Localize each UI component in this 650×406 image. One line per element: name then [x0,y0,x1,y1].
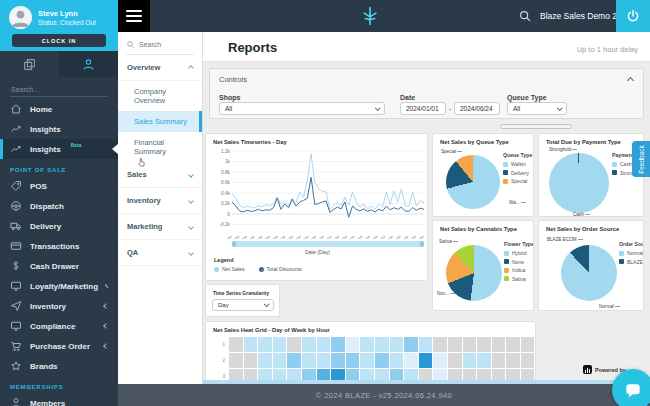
sidebar-search-input[interactable]: Search... [10,83,108,97]
chart-title: Net Sales Timeseries - Day [213,139,287,145]
legend-item[interactable]: Total Discounts [259,266,302,272]
tab-shops[interactable] [0,51,59,77]
sidebar-item-purchase-order[interactable]: Purchase Order [0,336,118,356]
time-series-granularity-panel: Time Series Granularity Day [205,284,280,317]
subnav-item-company-overview[interactable]: Company Overview [118,81,202,111]
legend-swatch [259,267,264,272]
legend-item[interactable]: Delivery [503,170,534,176]
chart-title: Net Sales by Queue Type [440,139,509,145]
heatmap-cell [375,337,389,352]
avatar[interactable] [9,6,32,29]
net-sales-heat-grid-chart: Net Sales Heat Grid - Day of Week by Hou… [205,321,536,384]
subnav-group-qa[interactable]: QA [118,240,202,266]
heatmap-row: 2 [212,353,534,368]
date-from-input[interactable] [406,105,440,112]
subnav-group-overview[interactable]: Overview [118,55,202,81]
sidebar-item-members[interactable]: Members [0,393,118,406]
subnav-group-marketing[interactable]: Marketing [118,214,202,240]
legend-item[interactable]: Special [503,178,534,184]
collapse-chevron-icon[interactable] [627,77,634,84]
heatmap-grid: 123 [212,337,534,384]
heatmap-cell [346,337,360,352]
subnav-list: OverviewCompany OverviewSales SummaryFin… [118,55,202,266]
user-name: Steve Lynn [38,9,78,18]
heatmap-cell [258,353,272,368]
controls-title: Controls [219,75,247,84]
chat-bubble-button[interactable] [612,369,650,406]
sidebar-item-brands[interactable]: Brands [0,356,118,376]
legend-item[interactable]: Sativa [504,276,534,282]
sidebar-item-label: Transactions [30,242,79,251]
star-icon [10,360,22,372]
sidebar-item-compliance[interactable]: Compliance [0,316,118,336]
sidebar-item-insights[interactable]: InsightsBeta [0,139,118,159]
legend-item[interactable]: None [504,259,534,265]
date-label: Date [400,94,415,101]
heatmap-cell [346,353,360,368]
heatmap-cell [244,353,258,368]
store-selector[interactable]: Blaze Sales Demo 2 [540,0,626,32]
pie-chart[interactable] [561,245,617,301]
sidebar-item-cash-drawer[interactable]: Cash Drawer [0,256,118,276]
subnav-search-input[interactable] [139,41,194,48]
user-block: Steve Lynn Status: Clocked Out CLOCK IN [0,0,118,51]
date-to-field[interactable] [454,102,500,115]
heatmap-cell [419,353,433,368]
clock-in-button[interactable]: CLOCK IN [12,34,106,47]
legend-swatch [503,162,508,167]
heatmap-cell [287,353,301,368]
subnav-group-inventory[interactable]: Inventory [118,188,202,214]
feedback-tab[interactable]: Feedback [632,141,650,177]
trend-icon [10,143,22,155]
subnav-group-sales[interactable]: Sales [118,162,202,188]
legend-label: Special [511,178,527,184]
chart-icon [583,365,592,374]
search-icon [126,40,135,49]
pie-chart[interactable] [446,155,500,209]
heatmap-cell [521,353,535,368]
search-icon[interactable] [518,9,532,23]
hamburger-menu-icon[interactable] [118,0,150,32]
sidebar-item-label: Insights [30,125,61,134]
date-range-slider[interactable] [232,241,424,247]
legend-item[interactable]: Normal [619,250,644,256]
pie-callout-label: Sativa [439,239,458,244]
sidebar-item-transactions[interactable]: Transactions [0,236,118,256]
primary-sidebar: Search... HomeInsightsInsightsBetaPOINT … [0,51,118,406]
subnav-item-sales-summary[interactable]: Sales Summary [118,111,202,132]
sidebar-item-home[interactable]: Home [0,99,118,119]
legend-item[interactable]: Walkin [503,161,534,167]
legend-item[interactable]: Net Sales [214,266,245,272]
legend-item[interactable]: Hybrid [504,250,534,256]
heatmap-cell [506,337,520,352]
legend-item[interactable]: BLAZE ECOM [619,259,644,265]
sidebar-item-inventory[interactable]: Inventory [0,296,118,316]
sidebar-item-label: Compliance [30,322,75,331]
pie-chart[interactable] [549,153,609,213]
tab-user[interactable] [59,51,118,77]
sidebar-item-pos[interactable]: POS [0,176,118,196]
sidebar-item-loyalty-marketing[interactable]: Loyalty/Marketing [0,276,118,296]
date-to-input[interactable] [460,105,494,112]
sidebar-item-dispatch[interactable]: Dispatch [0,196,118,216]
delay-note: Up to 1 hour delay [577,45,638,54]
legend-swatch [503,170,508,175]
heatmap-cell [360,353,374,368]
granularity-value: Day [218,302,229,308]
subnav-item-financial-summary[interactable]: Financial Summary [118,132,202,162]
truck-icon [10,220,22,232]
granularity-select[interactable]: Day [212,299,274,311]
chevron-left-icon [105,284,109,288]
date-from-field[interactable] [400,102,446,115]
power-button[interactable] [616,0,650,32]
subnav-search[interactable] [126,40,194,55]
shops-select[interactable]: All [219,102,385,115]
person-icon [10,397,22,406]
queue-type-select[interactable]: All [507,102,567,115]
sidebar-item-insights[interactable]: Insights [0,119,118,139]
horizontal-scrollbar-thumb[interactable] [500,124,572,129]
sidebar-item-label: Inventory [30,302,66,311]
legend-item[interactable]: Indica [504,267,534,273]
pie-callout-label: Normal [599,304,620,309]
sidebar-item-delivery[interactable]: Delivery [0,216,118,236]
